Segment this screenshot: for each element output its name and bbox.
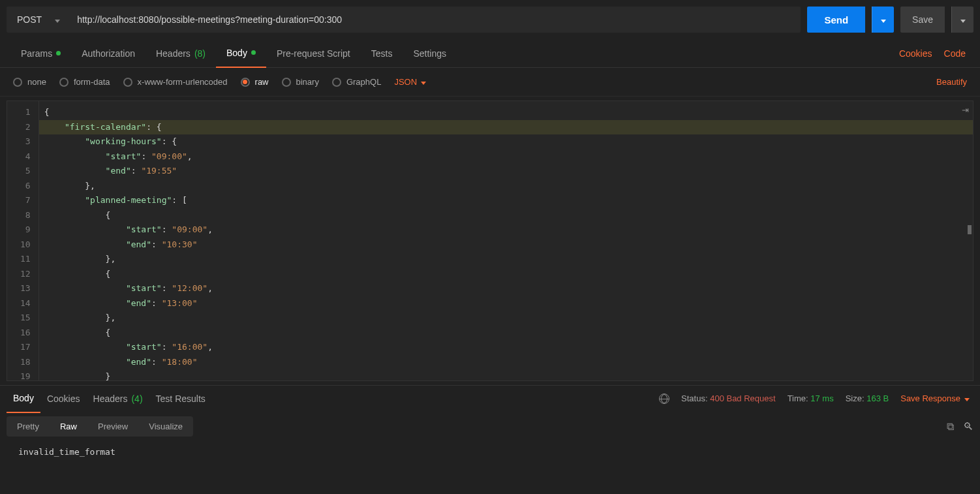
radio-icon xyxy=(241,78,250,87)
radio-icon xyxy=(332,78,341,87)
request-body-editor[interactable]: 12345678910111213141516171819 { "first-c… xyxy=(7,100,973,381)
resp-tab-cookies[interactable]: Cookies xyxy=(40,384,87,413)
send-button[interactable]: Send xyxy=(807,7,865,33)
view-preview[interactable]: Preview xyxy=(87,416,138,437)
response-tabs: Body Cookies Headers (4) Test Results St… xyxy=(0,385,980,411)
resp-tab-headers[interactable]: Headers (4) xyxy=(87,384,149,413)
radio-raw[interactable]: raw xyxy=(241,77,269,87)
chevron-down-icon xyxy=(421,77,426,87)
radio-icon xyxy=(123,78,132,87)
tab-authorization[interactable]: Authorization xyxy=(71,39,145,68)
beautify-link[interactable]: Beautify xyxy=(936,77,967,87)
resp-tab-body[interactable]: Body xyxy=(7,384,40,413)
save-response-button[interactable]: Save Response xyxy=(900,394,970,403)
collapse-icon[interactable]: ⇥ xyxy=(962,105,969,115)
status-block: Status: 400 Bad Request xyxy=(681,394,776,403)
resp-tab-test-results[interactable]: Test Results xyxy=(149,384,212,413)
chevron-down-icon xyxy=(55,14,60,25)
response-body[interactable]: invalid_time_format xyxy=(0,442,980,462)
tab-params[interactable]: Params xyxy=(10,39,71,68)
globe-icon[interactable] xyxy=(659,394,669,404)
body-type-row: none form-data x-www-form-urlencoded raw… xyxy=(0,68,980,97)
size-block: Size: 163 B xyxy=(846,394,889,403)
radio-icon xyxy=(282,78,291,87)
body-format-select[interactable]: JSON xyxy=(394,77,426,87)
time-value: 17 ms xyxy=(810,394,833,403)
chevron-down-icon xyxy=(964,394,970,403)
save-button[interactable]: Save xyxy=(900,7,945,33)
method-value: POST xyxy=(17,14,42,25)
copy-icon[interactable]: ⧉ xyxy=(947,421,954,433)
code-area[interactable]: { "first-calendar": { "working-hours": {… xyxy=(39,101,973,380)
line-gutter: 12345678910111213141516171819 xyxy=(7,101,39,380)
send-dropdown-button[interactable] xyxy=(872,7,894,33)
indicator-dot-icon xyxy=(251,50,256,55)
indicator-dot-icon xyxy=(56,51,61,55)
time-block: Time: 17 ms xyxy=(788,394,834,403)
cookies-link[interactable]: Cookies xyxy=(899,48,932,59)
status-value: 400 Bad Request xyxy=(710,394,775,403)
search-icon[interactable]: 🔍︎ xyxy=(963,421,973,433)
view-mode-group: Pretty Raw Preview Visualize xyxy=(7,416,193,437)
url-input[interactable] xyxy=(68,7,801,33)
code-link[interactable]: Code xyxy=(944,48,966,59)
radio-icon xyxy=(59,78,69,87)
tab-prerequest[interactable]: Pre-request Script xyxy=(266,39,361,68)
chevron-down-icon xyxy=(960,15,966,25)
save-dropdown-button[interactable] xyxy=(951,7,973,33)
tab-settings[interactable]: Settings xyxy=(403,39,457,68)
response-view-row: Pretty Raw Preview Visualize ⧉ 🔍︎ xyxy=(0,411,980,442)
chevron-down-icon xyxy=(881,15,886,25)
view-pretty[interactable]: Pretty xyxy=(7,416,50,437)
size-value: 163 B xyxy=(866,394,889,403)
tab-headers[interactable]: Headers (8) xyxy=(145,39,216,68)
tab-tests[interactable]: Tests xyxy=(361,39,403,68)
method-select[interactable]: POST xyxy=(7,7,68,33)
request-tabs: Params Authorization Headers (8) Body Pr… xyxy=(0,39,980,68)
view-raw[interactable]: Raw xyxy=(50,416,87,437)
radio-none[interactable]: none xyxy=(13,77,46,87)
radio-graphql[interactable]: GraphQL xyxy=(332,77,381,87)
scrollbar-thumb[interactable] xyxy=(968,225,972,234)
radio-icon xyxy=(13,78,22,87)
tab-body[interactable]: Body xyxy=(216,39,266,68)
view-visualize[interactable]: Visualize xyxy=(138,416,193,437)
radio-xwww[interactable]: x-www-form-urlencoded xyxy=(123,77,228,87)
radio-binary[interactable]: binary xyxy=(282,77,319,87)
radio-form-data[interactable]: form-data xyxy=(59,77,110,87)
